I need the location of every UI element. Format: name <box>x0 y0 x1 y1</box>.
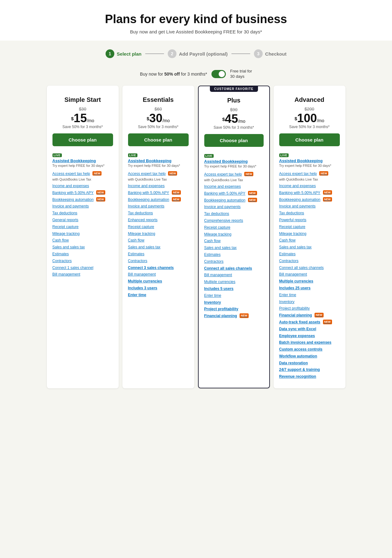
feature-item[interactable]: Inventory <box>204 300 264 305</box>
feature-item[interactable]: Data restoration <box>279 361 340 366</box>
feature-item[interactable]: Includes 3 users <box>128 286 189 291</box>
feature-item[interactable]: Workflow automation <box>279 354 340 359</box>
feature-item[interactable]: Banking with 5.00% APYNEW <box>52 190 113 196</box>
feature-item[interactable]: Income and expenses <box>279 183 340 189</box>
feature-item[interactable]: Inventory <box>279 299 340 305</box>
feature-item[interactable]: Project profitability <box>279 306 340 311</box>
feature-item[interactable]: Contractors <box>52 258 113 264</box>
feature-item[interactable]: Invoice and payments <box>279 204 340 209</box>
feature-item[interactable]: Bookkeeping automationNEW <box>279 197 340 202</box>
feature-item[interactable]: Employee expenses <box>279 333 340 339</box>
feature-item[interactable]: Invoice and payments <box>128 204 189 209</box>
toggle-switch[interactable] <box>211 70 226 78</box>
feature-item[interactable]: Contractors <box>128 258 189 264</box>
feature-item[interactable]: Mileage tracking <box>128 231 189 237</box>
feature-item[interactable]: Bookkeeping automationNEW <box>204 198 264 203</box>
feature-item[interactable]: Receipt capture <box>204 225 264 230</box>
feature-item[interactable]: Bill management <box>279 272 340 277</box>
feature-item[interactable]: Enter time <box>128 292 189 298</box>
feature-item[interactable]: Contractors <box>204 259 264 264</box>
feature-item[interactable]: Mileage tracking <box>52 231 113 237</box>
feature-item[interactable]: Cash flow <box>204 238 264 244</box>
feature-item[interactable]: Powerful reports <box>279 217 340 223</box>
feature-item[interactable]: Receipt capture <box>52 224 113 230</box>
assisted-title[interactable]: Assisted Bookkeeping <box>279 158 340 163</box>
feature-item[interactable]: Connect all sales channels <box>204 266 264 271</box>
feature-item[interactable]: Custom access controls <box>279 347 340 352</box>
feature-item[interactable]: Estimates <box>204 252 264 257</box>
feature-item[interactable]: Connect 1 sales channel <box>52 265 113 271</box>
feature-item[interactable]: Multiple currencies <box>204 279 264 285</box>
choose-plan-button[interactable]: Choose plan <box>204 134 264 147</box>
feature-item[interactable]: Project profitability <box>204 306 264 312</box>
feature-item[interactable]: Multiple currencies <box>128 279 189 284</box>
feature-item[interactable]: Sales and sales tax <box>52 245 113 250</box>
feature-item[interactable]: Data sync with Excel <box>279 326 340 332</box>
feature-item[interactable]: Estimates <box>128 252 189 257</box>
feature-item[interactable]: Contractors <box>279 258 340 264</box>
plan-original-price: $60 <box>128 107 189 112</box>
feature-item[interactable]: Multiple currencies <box>279 279 340 284</box>
feature-item[interactable]: Connect 3 sales channels <box>128 265 189 271</box>
feature-item[interactable]: Income and expenses <box>204 184 264 189</box>
feature-text: Contractors <box>204 259 224 264</box>
feature-item[interactable]: Includes 25 users <box>279 286 340 291</box>
feature-item[interactable]: Receipt capture <box>279 224 340 230</box>
feature-item[interactable]: Banking with 5.00% APYNEW <box>204 191 264 196</box>
feature-item[interactable]: Mileage tracking <box>204 232 264 237</box>
feature-item[interactable]: 24/7 support & training <box>279 367 340 372</box>
feature-item[interactable]: Banking with 5.00% APYNEW <box>128 190 189 196</box>
feature-item[interactable]: Tax deductions <box>52 211 113 216</box>
feature-item[interactable]: Tax deductions <box>128 211 189 216</box>
feature-item[interactable]: Cash flow <box>279 238 340 243</box>
feature-item[interactable]: Banking with 5.00% APYNEW <box>279 190 340 196</box>
step-divider-2 <box>231 53 250 54</box>
feature-item[interactable]: Sales and sales tax <box>128 245 189 250</box>
choose-plan-button[interactable]: Choose plan <box>279 133 340 146</box>
feature-item[interactable]: Enter time <box>279 292 340 298</box>
plan-price: $100/mo <box>279 112 340 124</box>
feature-item[interactable]: Income and expenses <box>52 183 113 189</box>
feature-item[interactable]: Bookkeeping automationNEW <box>128 197 189 202</box>
feature-item[interactable]: Bill management <box>128 272 189 277</box>
feature-item[interactable]: General reports <box>52 217 113 223</box>
feature-item[interactable]: Batch invoices and expenses <box>279 340 340 345</box>
assisted-title[interactable]: Assisted Bookkeeping <box>204 159 264 164</box>
feature-item[interactable]: Cash flow <box>128 238 189 243</box>
feature-item[interactable]: Comprehensive reports <box>204 218 264 223</box>
feature-item[interactable]: Mileage tracking <box>279 231 340 237</box>
feature-item[interactable]: Tax deductions <box>204 211 264 217</box>
plan-save: Save 50% for 3 months* <box>128 125 189 129</box>
feature-item[interactable]: Estimates <box>279 252 340 257</box>
feature-item[interactable]: Sales and sales tax <box>204 245 264 251</box>
feature-item[interactable]: Financial planningNEW <box>204 313 264 319</box>
assisted-title[interactable]: Assisted Bookkeeping <box>128 158 189 163</box>
assisted-title[interactable]: Assisted Bookkeeping <box>52 158 113 163</box>
feature-item[interactable]: Revenue recognition <box>279 374 340 379</box>
feature-item[interactable]: Access expert tax helpNEW <box>128 171 189 177</box>
feature-item[interactable]: Enhanced reports <box>128 217 189 223</box>
feature-item[interactable]: Connect all sales channels <box>279 265 340 271</box>
feature-item[interactable]: Includes 5 users <box>204 286 264 291</box>
feature-item[interactable]: Bill management <box>52 272 113 277</box>
feature-item[interactable]: Auto-track fixed assetsNEW <box>279 320 340 325</box>
feature-item[interactable]: Invoice and payments <box>52 204 113 209</box>
feature-item[interactable]: Income and expenses <box>128 183 189 189</box>
feature-item[interactable]: Cash flow <box>52 238 113 243</box>
feature-item[interactable]: Access expert tax helpNEW <box>279 171 340 177</box>
feature-item[interactable]: Bill management <box>204 272 264 278</box>
feature-item[interactable]: Financial planningNEW <box>279 313 340 318</box>
feature-item[interactable]: Bookkeeping automationNEW <box>52 197 113 202</box>
choose-plan-button[interactable]: Choose plan <box>128 133 189 146</box>
feature-item[interactable]: Enter time <box>204 293 264 298</box>
feature-item[interactable]: Invoice and payments <box>204 204 264 210</box>
feature-item[interactable]: Estimates <box>52 252 113 257</box>
feature-item[interactable]: Receipt capture <box>128 224 189 230</box>
steps-bar: 1 Select plan 2 Add Payroll (optional) 3… <box>0 41 392 64</box>
choose-plan-button[interactable]: Choose plan <box>52 133 113 146</box>
feature-item[interactable]: Tax deductions <box>279 211 340 216</box>
price-dollar: $ <box>71 116 74 121</box>
feature-item[interactable]: Access expert tax helpNEW <box>204 172 264 177</box>
feature-item[interactable]: Sales and sales tax <box>279 245 340 250</box>
feature-item[interactable]: Access expert tax helpNEW <box>52 171 113 177</box>
